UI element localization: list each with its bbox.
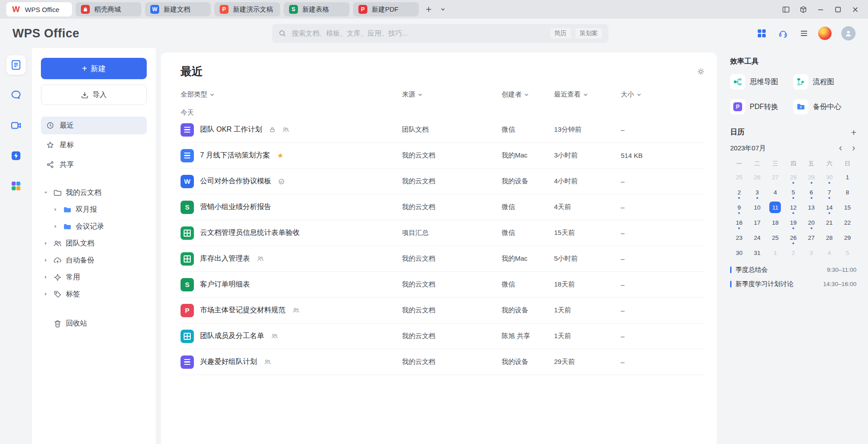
tool-flowchart[interactable]: 流程图 (793, 74, 856, 89)
search-bar[interactable]: 简历策划案 (272, 24, 608, 43)
sidebar-item-starred[interactable]: 星标 (41, 136, 147, 154)
rail-item-apps[interactable] (6, 176, 26, 196)
calendar-day[interactable]: 6 (802, 185, 820, 200)
calendar-day[interactable]: 11 (766, 200, 784, 215)
filter-3[interactable]: 最近查看 (554, 90, 621, 99)
calendar-day[interactable]: 12 (784, 200, 803, 215)
rail-item-meetings[interactable] (6, 116, 26, 135)
window-tab-ppt[interactable]: P 新建演示文稿 (214, 2, 280, 16)
calendar-day[interactable]: 17 (748, 215, 767, 230)
search-tag[interactable]: 策划案 (575, 28, 603, 39)
calendar-day[interactable]: 25 (730, 170, 748, 185)
sidebar-item-shared[interactable]: 共享 (41, 156, 147, 174)
calendar-day[interactable]: 4 (820, 245, 839, 260)
sidebar-item-frequent[interactable]: 常用 (41, 269, 147, 286)
filter-0[interactable]: 全部类型 (181, 90, 402, 99)
filter-2[interactable]: 创建者 (502, 90, 554, 99)
sidebar-item-my-cloud-docs[interactable]: 我的云文档 (41, 184, 147, 201)
calendar-day[interactable]: 26 (748, 170, 767, 185)
headset-icon[interactable] (778, 28, 788, 38)
calendar-day[interactable]: 31 (748, 245, 767, 260)
calendar-day[interactable]: 4 (766, 185, 784, 200)
calendar-day[interactable]: 1 (766, 245, 784, 260)
calendar-day[interactable]: 29 (838, 230, 856, 245)
calendar-day[interactable]: 30 (820, 170, 839, 185)
calendar-day[interactable]: 16 (730, 215, 748, 230)
caret-right-icon[interactable] (43, 292, 49, 296)
calendar-day[interactable]: 30 (730, 245, 748, 260)
doc-row[interactable]: S 客户订单明细表 我的云文档 微信 18天前 – (181, 272, 705, 298)
caret-right-icon[interactable] (52, 207, 59, 212)
caret-right-icon[interactable] (43, 275, 49, 279)
doc-row[interactable]: 团队成员及分工名单 我的云文档 陈旭 共享 1天前 – (181, 323, 705, 349)
doc-row[interactable]: P 市场主体登记提交材料规范 我的云文档 我的设备 1天前 – (181, 298, 705, 323)
calendar-day[interactable]: 26 (784, 230, 803, 245)
import-button[interactable]: 导入 (41, 85, 147, 105)
calendar-prev-button[interactable] (838, 145, 844, 151)
hamburger-icon[interactable] (800, 29, 808, 38)
calendar-day[interactable]: 27 (766, 170, 784, 185)
calendar-day[interactable]: 23 (730, 230, 748, 245)
sidebar-item-bimonthly-report[interactable]: 双月报 (41, 201, 147, 218)
window-tab-home[interactable]: W WPS Office (6, 2, 72, 16)
calendar-day[interactable]: 3 (802, 245, 820, 260)
new-tab-button[interactable] (422, 3, 435, 16)
caret-right-icon[interactable] (43, 258, 49, 262)
calendar-day[interactable]: 13 (802, 200, 820, 215)
calendar-day[interactable]: 27 (802, 230, 820, 245)
panel-button[interactable] (782, 6, 790, 13)
calendar-day[interactable]: 28 (784, 170, 803, 185)
calendar-day[interactable]: 15 (838, 200, 856, 215)
apps-grid-icon[interactable] (757, 28, 767, 38)
calendar-day[interactable]: 7 (820, 185, 839, 200)
add-event-button[interactable]: + (851, 128, 856, 137)
window-tab-pdf[interactable]: P 新建PDF (353, 2, 419, 16)
doc-row[interactable]: 团队 OKR 工作计划 团队文档 微信 13分钟前 – (181, 117, 705, 143)
calendar-day[interactable]: 28 (820, 230, 839, 245)
sidebar-item-trash[interactable]: 回收站 (41, 315, 147, 332)
calendar-day[interactable]: 2 (784, 245, 803, 260)
sidebar-item-auto-backup[interactable]: 自动备份 (41, 252, 147, 269)
event-item[interactable]: 季度总结会 9:30–11:00 (730, 266, 856, 274)
sidebar-item-recent[interactable]: 最近 (41, 117, 147, 134)
calendar-day[interactable]: 5 (838, 245, 856, 260)
calendar-day[interactable]: 5 (784, 185, 803, 200)
calendar-next-button[interactable] (851, 145, 856, 151)
caret-right-icon[interactable] (43, 241, 49, 246)
rail-item-documents[interactable] (6, 55, 26, 75)
search-input[interactable] (291, 29, 546, 38)
calendar-day[interactable]: 22 (838, 215, 856, 230)
new-button[interactable]: + 新建 (41, 58, 147, 79)
calendar-day[interactable]: 29 (802, 170, 820, 185)
filter-1[interactable]: 来源 (402, 90, 502, 99)
calendar-day[interactable]: 20 (802, 215, 820, 230)
sidebar-item-tags[interactable]: 标签 (41, 286, 147, 303)
calendar-day[interactable]: 2 (730, 185, 748, 200)
user-avatar[interactable] (841, 26, 856, 40)
close-button[interactable] (852, 6, 859, 13)
doc-row[interactable]: 7 月线下活动策划方案 ★ 我的云文档 我的Mac 3小时前 514 KB (181, 143, 705, 169)
minimize-button[interactable] (817, 6, 824, 13)
calendar-day[interactable]: 18 (766, 215, 784, 230)
doc-row[interactable]: S 营销小组业绩分析报告 我的云文档 微信 4天前 – (181, 194, 705, 220)
sidebar-item-meeting-notes[interactable]: 会议记录 (41, 218, 147, 235)
rail-item-messages[interactable] (6, 85, 26, 105)
doc-row[interactable]: W 公司对外合作协议模板 我的云文档 我的设备 4小时前 – (181, 169, 705, 194)
doc-row[interactable]: 云文档管理员信息统计表单验收 项目汇总 微信 15天前 – (181, 220, 705, 246)
calendar-day[interactable]: 24 (748, 230, 767, 245)
member-avatar[interactable] (818, 27, 832, 40)
tool-pdf-convert[interactable]: P PDF转换 (730, 99, 793, 114)
calendar-day[interactable]: 19 (784, 215, 803, 230)
calendar-day[interactable]: 14 (820, 200, 839, 215)
calendar-day[interactable]: 25 (766, 230, 784, 245)
tool-mindmap[interactable]: 思维导图 (730, 74, 793, 89)
window-tab-docer[interactable]: 稻壳商城 (76, 2, 141, 16)
calendar-day[interactable]: 9 (730, 200, 748, 215)
doc-row[interactable]: 库存出入管理表 我的云文档 我的Mac 5小时前 – (181, 246, 705, 272)
doc-row[interactable]: 兴趣爱好组队计划 我的云文档 我的设备 29天前 – (181, 349, 705, 375)
calendar-day[interactable]: 8 (838, 185, 856, 200)
window-tab-sheet[interactable]: S 新建表格 (284, 2, 350, 16)
caret-right-icon[interactable] (52, 224, 59, 229)
caret-down-icon[interactable] (43, 190, 49, 195)
tool-backup-center[interactable]: 备份中心 (793, 99, 856, 114)
